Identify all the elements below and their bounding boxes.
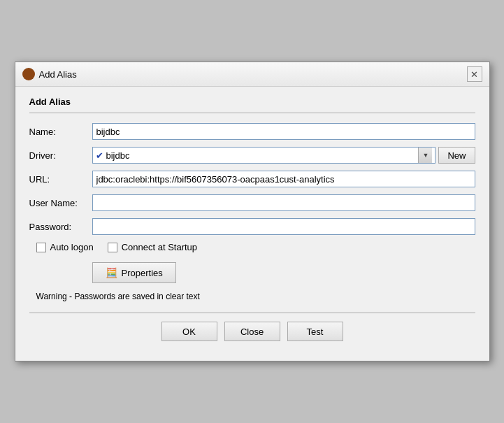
password-row: Password:: [29, 218, 475, 235]
app-icon: [22, 68, 35, 80]
auto-logon-label: Auto logon: [50, 242, 94, 252]
username-input[interactable]: [92, 194, 475, 211]
close-button[interactable]: ✕: [467, 66, 482, 82]
new-button[interactable]: New: [438, 147, 475, 164]
title-bar: Add Alias ✕: [15, 62, 489, 87]
bottom-divider: [29, 313, 475, 313]
username-label: User Name:: [29, 198, 92, 208]
ok-button[interactable]: OK: [161, 322, 217, 341]
driver-label: Driver:: [29, 150, 92, 161]
properties-button[interactable]: 🧮 Properties: [92, 262, 176, 283]
add-alias-dialog: Add Alias ✕ Add Alias Name: Driver: ✔ bi…: [15, 62, 490, 361]
auto-logon-checkbox-item[interactable]: Auto logon: [36, 242, 94, 252]
warning-text: Warning - Passwords are saved in clear t…: [36, 292, 475, 301]
properties-button-label: Properties: [122, 268, 163, 278]
driver-select-text: bijdbc: [106, 150, 419, 161]
driver-select-row: ✔ bijdbc ▼ New: [92, 147, 475, 164]
section-divider: [29, 113, 475, 113]
name-row: Name:: [29, 123, 475, 140]
close-icon: ✕: [470, 70, 478, 79]
driver-row: Driver: ✔ bijdbc ▼ New: [29, 147, 475, 164]
password-label: Password:: [29, 222, 92, 232]
test-button[interactable]: Test: [287, 322, 343, 341]
dialog-title: Add Alias: [39, 69, 77, 80]
checkbox-row: Auto logon Connect at Startup: [36, 242, 475, 252]
driver-select-container[interactable]: ✔ bijdbc ▼: [92, 147, 436, 164]
title-bar-left: Add Alias: [22, 68, 77, 80]
auto-logon-checkbox[interactable]: [36, 243, 46, 252]
button-row: OK Close Test: [29, 322, 475, 351]
driver-dropdown-arrow-icon[interactable]: ▼: [418, 148, 432, 163]
close-dialog-button[interactable]: Close: [224, 322, 280, 341]
connect-startup-checkbox[interactable]: [108, 243, 117, 252]
url-input[interactable]: [92, 171, 475, 187]
properties-icon: 🧮: [106, 267, 117, 278]
password-input[interactable]: [92, 218, 475, 235]
section-label: Add Alias: [29, 96, 475, 107]
url-label: URL:: [29, 174, 92, 185]
connect-startup-label: Connect at Startup: [122, 242, 197, 252]
username-row: User Name:: [29, 194, 475, 211]
name-input[interactable]: [92, 123, 475, 140]
driver-check-icon: ✔: [96, 150, 103, 161]
name-label: Name:: [29, 127, 92, 137]
dialog-body: Add Alias Name: Driver: ✔ bijdbc ▼ New U…: [15, 87, 489, 361]
connect-startup-checkbox-item[interactable]: Connect at Startup: [108, 242, 197, 252]
url-row: URL:: [29, 171, 475, 187]
